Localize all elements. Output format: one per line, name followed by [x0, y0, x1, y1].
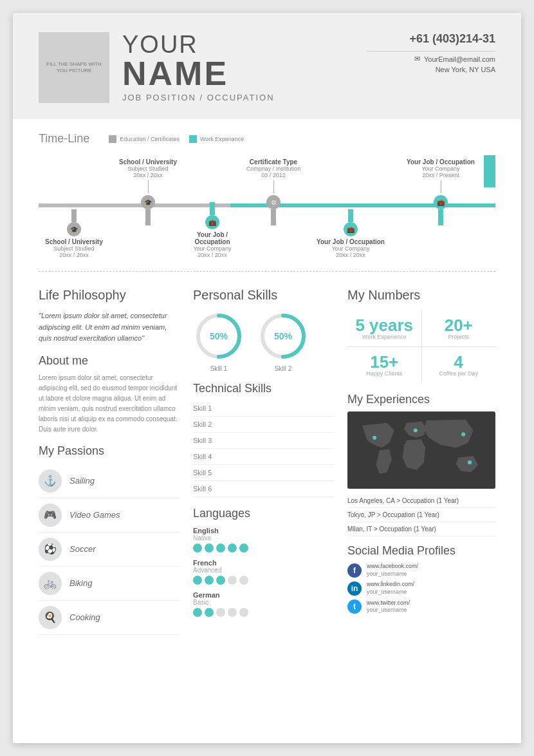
timeline-title: Time-Line	[39, 132, 89, 146]
photo-label: FILL THE SHAPE WITH YOU PICTURE	[39, 58, 109, 78]
passion-item-cooking: 🍳 Cooking	[39, 601, 180, 635]
number-label-4: Coffee per Day	[428, 370, 490, 377]
tl-connector-1	[148, 180, 149, 193]
skill-1-wrap: 50% Skill 1	[193, 310, 244, 372]
name-block: YOUR NAME JOB POSITION / OCCUPATION	[122, 32, 354, 102]
social-facebook: f www.facebook.com/ your_username	[347, 563, 495, 578]
location-line: New York, NY USA	[367, 66, 495, 73]
tl-bot-3-sub2: 20xx / 20xx	[315, 252, 386, 258]
world-map-svg	[347, 411, 495, 489]
contact-block: +61 (403)214-31 ✉ YourEmail@email.com Ne…	[367, 32, 495, 76]
lang-german: German Basic	[193, 591, 335, 617]
number-label-1: Work Experience	[354, 334, 415, 340]
tl-connector-2	[273, 180, 274, 193]
lang-english-name: English	[193, 527, 335, 534]
biking-label: Biking	[69, 578, 92, 588]
map-dot-tokyo	[461, 432, 465, 436]
passion-item-sailing: ⚓ Sailing	[39, 464, 180, 498]
dot	[216, 576, 225, 585]
skill-2-label: Skill 2	[257, 365, 309, 372]
skill-1-percent: 50%	[210, 331, 228, 341]
job-title: JOB POSITION / OCCUPATION	[122, 93, 354, 102]
tl-top-2-sub1: Compnay / Institution	[238, 165, 309, 172]
tl-bar-1	[145, 209, 151, 225]
tl-top-3-sub1: Your Company	[405, 165, 476, 172]
left-column: Life Philosophy "Lorem ipsum dolor sit a…	[39, 288, 180, 635]
tl-bot-1: 🎓 School / University Subject Studied 20…	[42, 209, 106, 258]
videogames-label: Video Games	[69, 510, 120, 520]
header-section: FILL THE SHAPE WITH YOU PICTURE YOUR NAM…	[13, 13, 521, 119]
dot	[193, 608, 202, 617]
three-columns: Life Philosophy "Lorem ipsum dolor sit a…	[39, 288, 495, 635]
skill-2-wrap: 50% Skill 2	[257, 310, 309, 372]
social-title: Social Media Profiles	[347, 544, 495, 558]
legend-teal-box	[189, 135, 197, 143]
tl-bot-2-sub1: Your Company	[180, 245, 244, 252]
linkedin-text: www.linkedin.com/ your_username	[367, 581, 414, 596]
tl-bar-2	[271, 209, 276, 225]
tl-bot-1-title: School / University	[42, 238, 106, 245]
tl-top-3-sub2: 20xx / Present	[405, 172, 476, 178]
number-label-2: Projects	[428, 334, 490, 340]
tl-top-1-icon: 🎓	[141, 195, 155, 209]
technical-skills-title: Technical Skills	[193, 382, 335, 395]
tl-bot-2: 💼 Your Job / Occupation Your Company 20x…	[180, 202, 244, 258]
number-label-3: Happy Clients	[354, 370, 415, 377]
legend-work-label: Work Experience	[200, 136, 244, 142]
main-content: Time-Line Education / Certificates Work …	[13, 119, 521, 654]
photo-placeholder: FILL THE SHAPE WITH YOU PICTURE	[39, 32, 109, 103]
life-philosophy-title: Life Philosophy	[39, 288, 180, 303]
dot	[239, 608, 248, 617]
lang-english: English Native	[193, 527, 335, 553]
tl-bot-3-sub1: Your Company	[315, 245, 386, 252]
dot	[205, 543, 214, 553]
tech-skill-6: Skill 6	[193, 481, 335, 497]
twitter-icon: t	[347, 600, 362, 614]
cooking-icon: 🍳	[39, 606, 62, 629]
lang-german-level: Basic	[193, 599, 335, 606]
tl-top-1-sub2: 20xx / 20xx	[116, 172, 180, 178]
about-title: About me	[39, 354, 180, 368]
tl-top-3: Your Job / Occupation Your Company 20xx …	[405, 158, 476, 225]
dot	[205, 576, 214, 585]
north-america	[362, 423, 394, 448]
map-dot-aus	[468, 460, 472, 464]
facebook-text: www.facebook.com/ your_username	[367, 563, 418, 578]
about-text: Lorem ipsum dolor sit amet, consectetur …	[39, 373, 180, 435]
number-cell-1: 5 years Work Experience	[347, 310, 421, 346]
tl-bot-1-sub1: Subject Studied	[42, 245, 106, 252]
passion-item-videogames: 🎮 Video Games	[39, 498, 180, 533]
dot	[239, 576, 248, 585]
videogames-icon: 🎮	[39, 504, 62, 527]
dot	[228, 608, 237, 617]
world-continents	[362, 419, 478, 473]
lang-french-level: Advanced	[193, 567, 335, 574]
phone-number: +61 (403)214-31	[367, 32, 495, 46]
tl-end-bar	[484, 155, 495, 187]
passion-item-soccer: ⚽ Soccer	[39, 533, 180, 567]
map-dot-milan	[414, 428, 418, 432]
twitter-username: your_username	[367, 607, 410, 614]
sailing-label: Sailing	[69, 476, 95, 486]
passions-title: My Passions	[39, 444, 180, 458]
number-cell-3: 15+ Happy Clients	[347, 347, 421, 383]
tl-top-3-title: Your Job / Occupation	[405, 158, 476, 165]
dot	[228, 543, 237, 553]
numbers-title: My Numbers	[347, 288, 495, 303]
tech-skill-2: Skill 2	[193, 417, 335, 433]
tl-top-1-sub1: Subject Studied	[116, 165, 180, 172]
skill-1-label: Skill 1	[193, 365, 244, 372]
skill-1-circle: 50%	[193, 310, 244, 362]
tl-bot-1-sub2: 20xx / 20xx	[42, 252, 106, 258]
name-name: NAME	[122, 57, 354, 90]
dot	[216, 543, 225, 553]
skill-2-circle: 50%	[257, 310, 309, 362]
number-value-3: 15+	[354, 354, 415, 370]
number-value-1: 5 years	[354, 317, 415, 334]
social-twitter: t www.twitter.com/ your_username	[347, 600, 495, 614]
exp-item-3: Milan, IT > Occupation (1 Year)	[347, 522, 495, 536]
tl-connector-3	[441, 180, 441, 193]
legend-gray-box	[109, 135, 116, 143]
dot	[228, 576, 237, 585]
lang-german-name: German	[193, 591, 335, 599]
